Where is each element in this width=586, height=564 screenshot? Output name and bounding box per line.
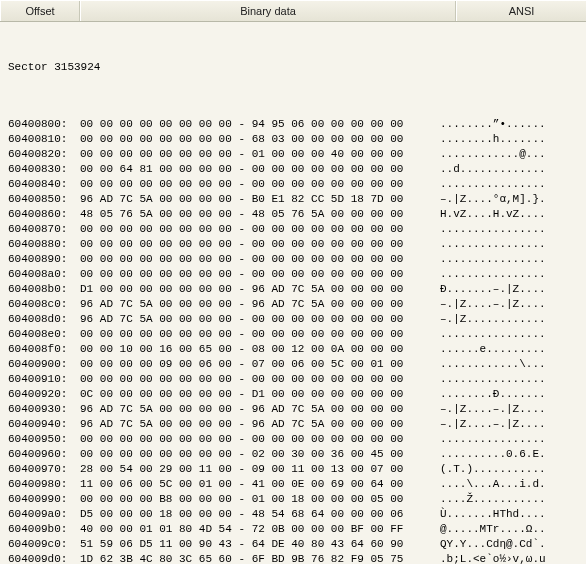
offset-cell: 60400850: xyxy=(8,192,80,207)
hex-row: 60400880:00 00 00 00 00 00 00 00 - 00 00… xyxy=(0,237,586,252)
offset-cell: 604008b0: xyxy=(8,282,80,297)
hex-dump-body: Sector 3153924 60400800:00 00 00 00 00 0… xyxy=(0,22,586,564)
hex-cell: 00 00 00 00 00 00 00 00 - 94 95 06 00 00… xyxy=(80,117,440,132)
offset-cell: 604009b0: xyxy=(8,522,80,537)
ascii-cell: ..d............. xyxy=(440,162,586,177)
column-header-ansi[interactable]: ANSI xyxy=(456,1,586,21)
hex-row: 60400950:00 00 00 00 00 00 00 00 - 00 00… xyxy=(0,432,586,447)
hex-row: 604009c0:51 59 06 D5 11 00 90 43 - 64 DE… xyxy=(0,537,586,552)
hex-row: 604009d0:1D 62 3B 4C 80 3C 65 60 - 6F BD… xyxy=(0,552,586,564)
hex-row: 60400830:00 00 64 81 00 00 00 00 - 00 00… xyxy=(0,162,586,177)
hex-row: 604008d0:96 AD 7C 5A 00 00 00 00 - 00 00… xyxy=(0,312,586,327)
hex-row: 60400860:48 05 76 5A 00 00 00 00 - 48 05… xyxy=(0,207,586,222)
hex-row: 60400990:00 00 00 00 B8 00 00 00 - 01 00… xyxy=(0,492,586,507)
ascii-cell: H.vZ....H.vZ.... xyxy=(440,207,586,222)
ascii-cell: Ð.......–.|Z.... xyxy=(440,282,586,297)
offset-cell: 604009a0: xyxy=(8,507,80,522)
hex-cell: 48 05 76 5A 00 00 00 00 - 48 05 76 5A 00… xyxy=(80,207,440,222)
offset-cell: 60400980: xyxy=(8,477,80,492)
hex-cell: D5 00 00 00 18 00 00 00 - 48 54 68 64 00… xyxy=(80,507,440,522)
sector-label: Sector 3153924 xyxy=(0,60,586,75)
hex-cell: 00 00 00 00 00 00 00 00 - 02 00 30 00 36… xyxy=(80,447,440,462)
hex-cell: 00 00 00 00 B8 00 00 00 - 01 00 18 00 00… xyxy=(80,492,440,507)
hex-cell: 28 00 54 00 29 00 11 00 - 09 00 11 00 13… xyxy=(80,462,440,477)
ascii-cell: @.....MTr....Ω.. xyxy=(440,522,586,537)
offset-cell: 60400990: xyxy=(8,492,80,507)
hex-row: 60400910:00 00 00 00 00 00 00 00 - 00 00… xyxy=(0,372,586,387)
ascii-cell: .b;L.<e`o½›v,ω.u xyxy=(440,552,586,564)
ascii-cell: ............@... xyxy=(440,147,586,162)
offset-cell: 60400960: xyxy=(8,447,80,462)
ascii-cell: ................ xyxy=(440,177,586,192)
hex-cell: 96 AD 7C 5A 00 00 00 00 - 00 00 00 00 00… xyxy=(80,312,440,327)
hex-row: 60400850:96 AD 7C 5A 00 00 00 00 - B0 E1… xyxy=(0,192,586,207)
ascii-cell: ....Ž........... xyxy=(440,492,586,507)
hex-cell: 00 00 00 00 00 00 00 00 - 00 00 00 00 00… xyxy=(80,252,440,267)
hex-row: 604008f0:00 00 10 00 16 00 65 00 - 08 00… xyxy=(0,342,586,357)
offset-cell: 60400860: xyxy=(8,207,80,222)
ascii-cell: ........”•...... xyxy=(440,117,586,132)
hex-row: 60400940:96 AD 7C 5A 00 00 00 00 - 96 AD… xyxy=(0,417,586,432)
column-header-offset[interactable]: Offset xyxy=(0,1,80,21)
offset-cell: 60400910: xyxy=(8,372,80,387)
hex-cell: 00 00 64 81 00 00 00 00 - 00 00 00 00 00… xyxy=(80,162,440,177)
offset-cell: 60400890: xyxy=(8,252,80,267)
hex-row: 60400810:00 00 00 00 00 00 00 00 - 68 03… xyxy=(0,132,586,147)
ascii-cell: –.|Z....–.|Z.... xyxy=(440,417,586,432)
ascii-cell: ....\...A...i.d. xyxy=(440,477,586,492)
hex-row: 60400890:00 00 00 00 00 00 00 00 - 00 00… xyxy=(0,252,586,267)
hex-cell: 40 00 00 01 01 80 4D 54 - 72 0B 00 00 00… xyxy=(80,522,440,537)
offset-cell: 60400940: xyxy=(8,417,80,432)
hex-rows: 60400800:00 00 00 00 00 00 00 00 - 94 95… xyxy=(0,117,586,564)
ascii-cell: –.|Z............ xyxy=(440,312,586,327)
ascii-cell: QY.Y...Cdη@.Cd`. xyxy=(440,537,586,552)
ascii-cell: ................ xyxy=(440,222,586,237)
hex-cell: 51 59 06 D5 11 00 90 43 - 64 DE 40 80 43… xyxy=(80,537,440,552)
offset-cell: 60400920: xyxy=(8,387,80,402)
offset-cell: 60400900: xyxy=(8,357,80,372)
ascii-cell: ........Ð....... xyxy=(440,387,586,402)
hex-cell: 96 AD 7C 5A 00 00 00 00 - 96 AD 7C 5A 00… xyxy=(80,297,440,312)
hex-cell: 00 00 00 00 00 00 00 00 - 00 00 00 00 00… xyxy=(80,222,440,237)
hex-cell: 00 00 10 00 16 00 65 00 - 08 00 12 00 0A… xyxy=(80,342,440,357)
column-header-binary[interactable]: Binary data xyxy=(80,1,456,21)
hex-cell: 00 00 00 00 00 00 00 00 - 68 03 00 00 00… xyxy=(80,132,440,147)
offset-cell: 60400810: xyxy=(8,132,80,147)
hex-row: 604009a0:D5 00 00 00 18 00 00 00 - 48 54… xyxy=(0,507,586,522)
hex-cell: 96 AD 7C 5A 00 00 00 00 - 96 AD 7C 5A 00… xyxy=(80,402,440,417)
hex-cell: 00 00 00 00 00 00 00 00 - 00 00 00 00 00… xyxy=(80,267,440,282)
offset-cell: 60400820: xyxy=(8,147,80,162)
hex-cell: D1 00 00 00 00 00 00 00 - 96 AD 7C 5A 00… xyxy=(80,282,440,297)
hex-row: 604009b0:40 00 00 01 01 80 4D 54 - 72 0B… xyxy=(0,522,586,537)
ascii-cell: ........h....... xyxy=(440,132,586,147)
hex-cell: 00 00 00 00 00 00 00 00 - 00 00 00 00 00… xyxy=(80,372,440,387)
offset-cell: 60400970: xyxy=(8,462,80,477)
ascii-cell: ................ xyxy=(440,432,586,447)
hex-row: 604008c0:96 AD 7C 5A 00 00 00 00 - 96 AD… xyxy=(0,297,586,312)
offset-cell: 60400880: xyxy=(8,237,80,252)
offset-cell: 604009d0: xyxy=(8,552,80,564)
hex-row: 60400920:0C 00 00 00 00 00 00 00 - D1 00… xyxy=(0,387,586,402)
hex-cell: 00 00 00 00 00 00 00 00 - 00 00 00 00 00… xyxy=(80,177,440,192)
ascii-cell: –.|Z....–.|Z.... xyxy=(440,297,586,312)
ascii-cell: –.|Z....–.|Z.... xyxy=(440,402,586,417)
offset-cell: 60400930: xyxy=(8,402,80,417)
offset-cell: 604008a0: xyxy=(8,267,80,282)
offset-cell: 604008f0: xyxy=(8,342,80,357)
offset-cell: 604008d0: xyxy=(8,312,80,327)
column-header-row: Offset Binary data ANSI xyxy=(0,0,586,22)
offset-cell: 604008c0: xyxy=(8,297,80,312)
ascii-cell: ............\... xyxy=(440,357,586,372)
hex-row: 604008b0:D1 00 00 00 00 00 00 00 - 96 AD… xyxy=(0,282,586,297)
offset-cell: 60400870: xyxy=(8,222,80,237)
ascii-cell: ................ xyxy=(440,267,586,282)
hex-row: 60400960:00 00 00 00 00 00 00 00 - 02 00… xyxy=(0,447,586,462)
hex-cell: 00 00 00 00 00 00 00 00 - 01 00 00 00 40… xyxy=(80,147,440,162)
hex-row: 60400870:00 00 00 00 00 00 00 00 - 00 00… xyxy=(0,222,586,237)
ascii-cell: ................ xyxy=(440,327,586,342)
offset-cell: 60400840: xyxy=(8,177,80,192)
hex-row: 60400840:00 00 00 00 00 00 00 00 - 00 00… xyxy=(0,177,586,192)
ascii-cell: ................ xyxy=(440,237,586,252)
hex-cell: 00 00 00 00 09 00 06 00 - 07 00 06 00 5C… xyxy=(80,357,440,372)
hex-row: 60400980:11 00 06 00 5C 00 01 00 - 41 00… xyxy=(0,477,586,492)
